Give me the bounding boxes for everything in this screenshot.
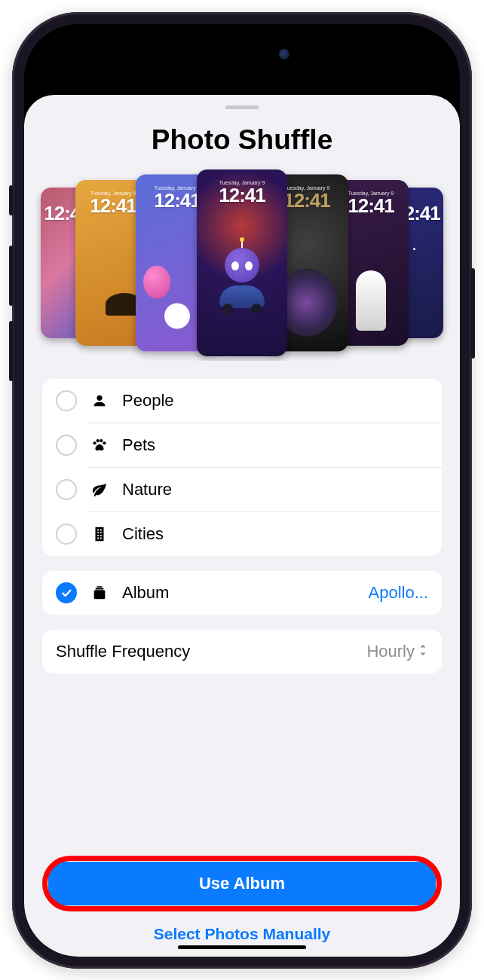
svg-point-2 [100, 438, 103, 441]
option-label: People [122, 391, 428, 411]
page-title: Photo Shuffle [24, 124, 460, 156]
frequency-value[interactable]: Hourly [366, 642, 428, 661]
frequency-list: Shuffle Frequency Hourly [42, 630, 442, 673]
option-album[interactable]: Album Apollo... [42, 571, 442, 615]
radio-unchecked[interactable] [56, 479, 77, 500]
sheet-grabber[interactable] [225, 105, 259, 109]
select-photos-manually-button[interactable]: Select Photos Manually [42, 914, 442, 957]
category-list: People Pets [42, 379, 442, 556]
svg-point-3 [103, 441, 106, 444]
option-nature[interactable]: Nature [42, 468, 442, 511]
phone-frame: Photo Shuffle 12:41 Tuesday, January 912… [12, 12, 472, 969]
svg-point-1 [96, 438, 100, 441]
radio-checked[interactable] [56, 582, 77, 603]
wallpaper-preview-center: Tuesday, January 9 12:41 [197, 169, 287, 356]
radio-unchecked[interactable] [56, 524, 77, 545]
volume-up-button [9, 246, 14, 306]
option-pets[interactable]: Pets [42, 423, 442, 467]
shuffle-frequency-row[interactable]: Shuffle Frequency Hourly [42, 630, 442, 673]
modal-sheet: Photo Shuffle 12:41 Tuesday, January 912… [24, 95, 460, 957]
volume-down-button [9, 321, 14, 381]
svg-rect-5 [96, 588, 104, 589]
option-label: Pets [122, 435, 428, 455]
frequency-label: Shuffle Frequency [56, 642, 353, 661]
wallpaper-carousel[interactable]: 12:41 Tuesday, January 912:41 Tuesday, J… [24, 165, 460, 361]
up-down-chevron-icon [418, 642, 428, 661]
side-button [9, 185, 14, 215]
radio-unchecked[interactable] [56, 390, 77, 411]
primary-button-highlight: Use Album [48, 862, 436, 905]
option-label: Cities [122, 524, 428, 544]
option-label: Nature [122, 480, 428, 499]
use-album-button[interactable]: Use Album [48, 862, 436, 905]
option-people[interactable]: People [42, 379, 442, 423]
svg-rect-4 [94, 590, 106, 599]
dynamic-island [185, 39, 299, 69]
power-button [470, 268, 475, 359]
option-label: Album [122, 583, 355, 603]
screen: Photo Shuffle 12:41 Tuesday, January 912… [24, 24, 460, 957]
front-camera [279, 49, 289, 60]
svg-point-0 [93, 441, 96, 444]
radio-unchecked[interactable] [56, 435, 77, 456]
building-icon [90, 526, 109, 542]
svg-rect-6 [96, 586, 102, 587]
album-value[interactable]: Apollo... [369, 583, 429, 603]
paw-icon [90, 437, 109, 453]
album-list: Album Apollo... [42, 571, 442, 615]
home-indicator[interactable] [178, 945, 306, 949]
album-stack-icon [90, 585, 109, 601]
option-cities[interactable]: Cities [42, 512, 442, 556]
leaf-icon [90, 481, 109, 498]
person-icon [90, 392, 109, 409]
content-area: People Pets [24, 379, 460, 957]
